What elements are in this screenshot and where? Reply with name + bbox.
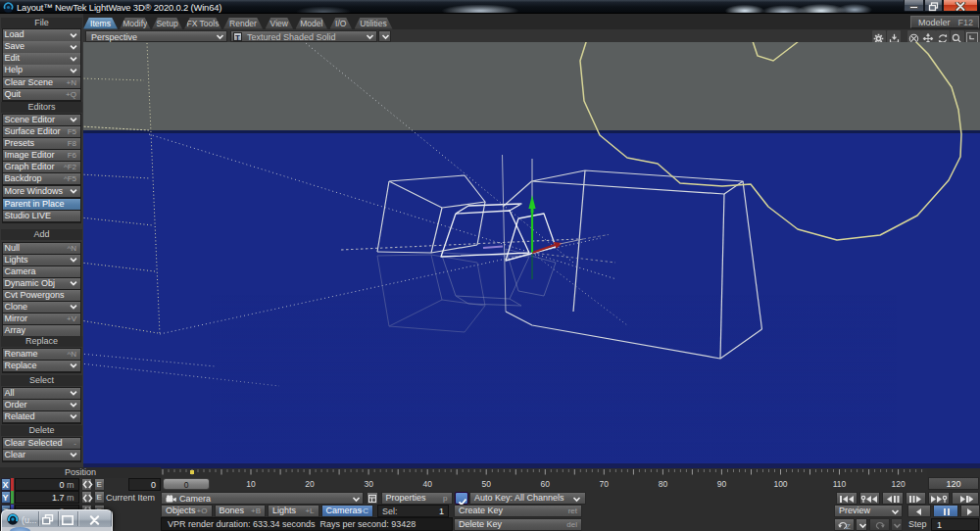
svg-text:Z: Z [846, 522, 851, 530]
